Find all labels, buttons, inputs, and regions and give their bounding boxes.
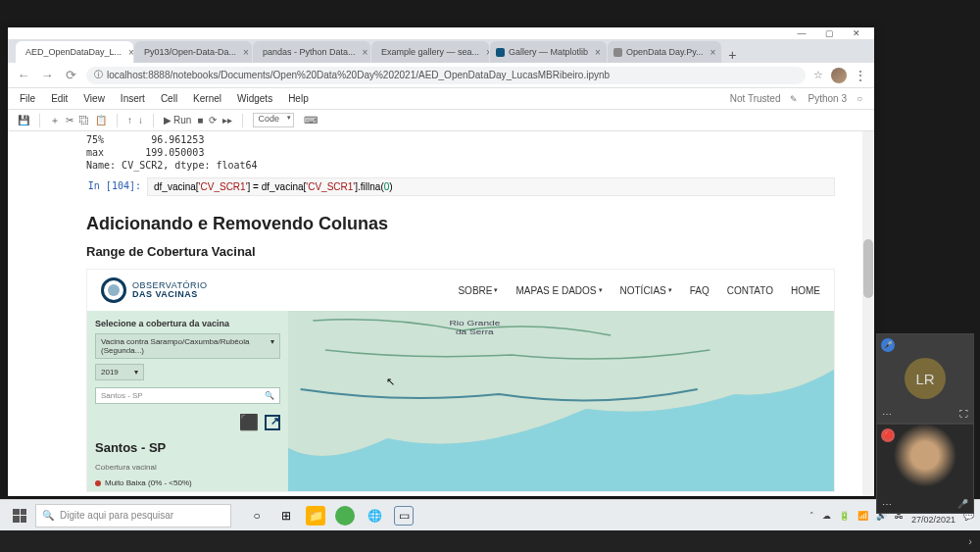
start-button[interactable]: [6, 504, 33, 527]
code-cell[interactable]: In [104]: df_vacina['CV_SCR1'] = df_vaci…: [86, 177, 835, 196]
nav-faq[interactable]: FAQ: [690, 285, 710, 296]
legend-item: Muito Baixa (0% - <50%): [95, 478, 280, 487]
in-prompt: In [104]:: [86, 177, 147, 196]
tab-label: AED_OpenDataDay_L...: [25, 47, 122, 57]
map-area: Selecione a cobertura da vacina Vacina c…: [87, 311, 834, 491]
move-down-icon[interactable]: ↓: [138, 115, 143, 125]
close-icon[interactable]: ×: [710, 47, 716, 58]
mute-icon[interactable]: 🎤: [957, 499, 968, 509]
close-icon[interactable]: ×: [363, 47, 368, 58]
year-select[interactable]: 2019▾: [95, 364, 144, 380]
add-cell-icon[interactable]: ＋: [50, 114, 60, 127]
map-canvas[interactable]: Rio Grande da Serra: [288, 311, 834, 491]
scrollbar[interactable]: [862, 131, 874, 496]
save-icon[interactable]: 💾: [18, 115, 29, 125]
brazil-map-icon[interactable]: ⬛: [239, 413, 259, 431]
battery-icon[interactable]: 🔋: [839, 511, 850, 521]
mpl-icon: [496, 48, 505, 57]
close-icon[interactable]: ×: [128, 47, 133, 58]
nav-sobre[interactable]: SOBRE▾: [458, 285, 498, 296]
menu-edit[interactable]: Edit: [51, 93, 68, 104]
menu-cell[interactable]: Cell: [161, 93, 177, 104]
kernel-name[interactable]: Python 3: [808, 93, 846, 104]
restart-icon[interactable]: ⟳: [209, 115, 217, 125]
dot-icon: [95, 480, 101, 486]
onedrive-icon[interactable]: ☁: [822, 511, 831, 521]
app-icon-2[interactable]: ▭: [394, 506, 414, 526]
nav-noticias[interactable]: NOTÍCIAS▾: [620, 285, 672, 296]
speaking-icon: 🔴: [881, 428, 895, 442]
nav-contato[interactable]: CONTATO: [727, 285, 773, 296]
kernel-status-icon: ○: [857, 93, 862, 104]
next-icon[interactable]: ›: [968, 535, 972, 547]
chrome-icon[interactable]: 🌐: [365, 506, 384, 526]
app-icon[interactable]: [335, 506, 355, 526]
taskview-icon[interactable]: ⊞: [276, 506, 296, 526]
menu-insert[interactable]: Insert: [121, 93, 145, 104]
code-input[interactable]: df_vacina['CV_SCR1'] = df_vacina['CV_SCR…: [147, 177, 835, 196]
trust-indicator[interactable]: Not Trusted: [730, 93, 781, 104]
address-bar[interactable]: ⓘ localhost:8888/notebooks/Documents/Ope…: [86, 67, 806, 84]
maximize-button[interactable]: ▢: [815, 28, 843, 38]
pencil-icon[interactable]: ✎: [790, 94, 798, 104]
tab-0[interactable]: AED_OpenDataDay_L...×: [16, 41, 133, 63]
url-text: localhost:8888/notebooks/Documents/Open%…: [107, 70, 610, 80]
tab-1[interactable]: Py013/Open-Data-Da...×: [134, 41, 252, 63]
command-palette-icon[interactable]: ⌨: [304, 115, 318, 125]
participant-tile[interactable]: 🔴 ⋯ 🎤: [876, 424, 974, 514]
external-link-icon[interactable]: [265, 415, 280, 430]
more-icon[interactable]: ⋯: [882, 499, 892, 510]
notebook-body[interactable]: 75% 96.961253 max 199.050003 Name: CV_SC…: [8, 131, 874, 496]
legend-title: Cobertura vacinal: [95, 463, 280, 472]
profile-avatar[interactable]: [831, 68, 847, 83]
menu-kernel[interactable]: Kernel: [193, 93, 221, 104]
wifi-icon[interactable]: 📶: [858, 511, 868, 521]
jupyter-toolbar: 💾 ＋ ✂ ⿻ 📋 ↑ ↓ ▶ Run ■ ⟳ ▸▸ Code ⌨: [8, 110, 874, 131]
run-button[interactable]: ▶ Run: [164, 115, 191, 125]
menu-file[interactable]: File: [20, 93, 35, 104]
close-icon[interactable]: ×: [243, 47, 249, 58]
close-button[interactable]: ✕: [843, 28, 870, 38]
copy-icon[interactable]: ⿻: [79, 115, 89, 125]
paste-icon[interactable]: 📋: [95, 115, 107, 125]
more-icon[interactable]: ⋯: [882, 409, 892, 420]
cut-icon[interactable]: ✂: [66, 115, 74, 125]
browser-tabs: AED_OpenDataDay_L...× Py013/Open-Data-Da…: [8, 39, 874, 63]
move-up-icon[interactable]: ↑: [127, 115, 132, 125]
new-tab-button[interactable]: +: [722, 47, 742, 63]
menu-icon[interactable]: ⋮: [855, 69, 866, 82]
cortana-icon[interactable]: ○: [247, 506, 267, 526]
reload-button[interactable]: ⟳: [63, 68, 78, 82]
site-logo[interactable]: OBSERVATÓRIO DAS VACINAS: [101, 277, 208, 303]
taskbar-search[interactable]: 🔍Digite aqui para pesquisar: [35, 504, 231, 527]
tab-label: pandas - Python Data...: [263, 47, 356, 57]
close-icon[interactable]: ×: [595, 47, 601, 58]
bookmark-icon[interactable]: ☆: [813, 69, 823, 81]
tab-3[interactable]: Example gallery — sea...×: [371, 41, 489, 63]
nav-home[interactable]: HOME: [791, 285, 820, 296]
minimize-button[interactable]: —: [788, 28, 815, 38]
menu-widgets[interactable]: Widgets: [237, 93, 272, 104]
nav-mapas[interactable]: MAPAS E DADOS▾: [515, 285, 602, 296]
tab-2[interactable]: pandas - Python Data...×: [253, 41, 370, 63]
close-icon[interactable]: ×: [486, 47, 489, 58]
participant-tile[interactable]: 🎤 LR ⋯ ⛶: [876, 333, 974, 424]
vaccine-select[interactable]: Vacina contra Sarampo/Caxumba/Rubéola (S…: [95, 333, 280, 359]
avatar: LR: [905, 358, 946, 399]
scrollbar-thumb[interactable]: [863, 239, 873, 298]
expand-icon[interactable]: ⛶: [959, 409, 968, 419]
tray-chevron-icon[interactable]: ˄: [809, 511, 814, 521]
selected-city: Santos - SP: [95, 440, 280, 455]
tab-5[interactable]: OpenData Day.Py...×: [608, 41, 722, 63]
city-search[interactable]: Santos - SP🔍: [95, 387, 280, 404]
menu-view[interactable]: View: [83, 93, 105, 104]
stop-icon[interactable]: ■: [197, 115, 203, 125]
cell-type-select[interactable]: Code: [253, 113, 294, 127]
tab-4[interactable]: Gallery — Matplotlib×: [490, 41, 607, 63]
forward-button[interactable]: →: [39, 68, 55, 82]
site-header: OBSERVATÓRIO DAS VACINAS SOBRE▾ MAPAS E …: [87, 270, 834, 311]
fastforward-icon[interactable]: ▸▸: [222, 115, 232, 125]
back-button[interactable]: ←: [16, 68, 31, 82]
explorer-icon[interactable]: 📁: [306, 506, 325, 526]
menu-help[interactable]: Help: [288, 93, 309, 104]
